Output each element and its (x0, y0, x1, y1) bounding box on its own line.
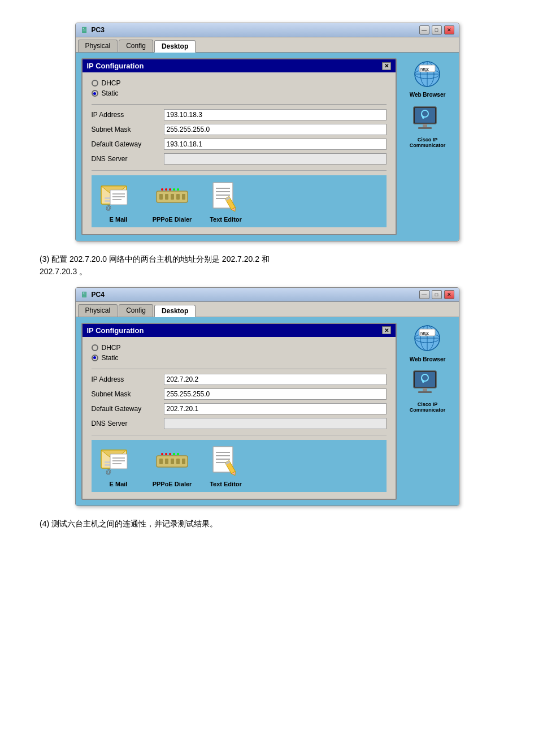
pc4-ip-config-close-button[interactable]: ✕ (382, 326, 391, 334)
pc4-cisco-label: Cisco IP Communicator (402, 401, 453, 413)
pc3-subnet-input[interactable] (164, 124, 387, 135)
pc3-bottom-apps-area: @ E Mail (92, 170, 387, 227)
pc3-cisco-item[interactable]: Cisco IP Communicator (402, 103, 453, 148)
pc3-ip-address-row: IP Address (92, 109, 387, 120)
pc3-ip-config-dialog: IP Configuration ✕ DHCP Static (81, 58, 397, 235)
pc3-web-browser-icon-box[interactable]: http: (408, 58, 448, 89)
pc3-texteditor-app[interactable]: Text Editor (203, 180, 249, 223)
pc3-ip-config-body: DHCP Static IP Address (83, 72, 396, 234)
pc4-close-button[interactable]: ✕ (444, 290, 454, 299)
pc4-email-icon: @ (100, 446, 137, 477)
pc4-minimize-button[interactable]: — (419, 290, 429, 299)
pc4-bottom-apps: @ E Mail (92, 440, 387, 492)
pc3-sidebar-icons: http: Web Browser (402, 58, 453, 235)
svg-rect-14 (182, 194, 185, 200)
pc4-pppoe-app[interactable]: PPPoE Dialer (150, 444, 195, 487)
pc4-subnet-input[interactable] (164, 388, 387, 400)
pc3-close-button[interactable]: ✕ (444, 25, 454, 34)
pc4-dhcp-label: DHCP (102, 344, 121, 352)
pc3-tab-physical[interactable]: Physical (78, 40, 118, 52)
pc3-static-radio[interactable] (92, 90, 98, 97)
pc4-cisco-icon-box[interactable] (408, 368, 448, 399)
pc4-tab-config[interactable]: Config (119, 304, 153, 317)
pc3-ip-config-close-button[interactable]: ✕ (382, 62, 391, 70)
pc4-title-text: PC4 (92, 291, 105, 299)
pc4-dns-input[interactable] (164, 418, 387, 429)
pc3-window-content: IP Configuration ✕ DHCP Static (76, 53, 459, 241)
pc4-texteditor-icon (207, 446, 244, 477)
svg-text:@: @ (106, 469, 111, 475)
pc3-tab-config[interactable]: Config (119, 40, 153, 52)
pc3-ip-address-input[interactable] (164, 109, 387, 120)
pc4-cisco-icon (409, 369, 446, 398)
pc4-ip-config-title: IP Configuration (87, 326, 144, 335)
pc4-dhcp-radio[interactable] (92, 344, 98, 351)
svg-point-16 (165, 188, 167, 191)
pc3-pppoe-icon (154, 183, 190, 211)
pc4-email-label: E Mail (110, 481, 128, 487)
svg-rect-52 (165, 459, 168, 464)
pc4-gateway-label: Default Gateway (92, 405, 159, 413)
pc3-email-icon-box: @ (99, 180, 138, 214)
pc4-email-app[interactable]: @ E Mail (96, 444, 141, 487)
svg-rect-13 (176, 194, 180, 200)
pc4-static-option[interactable]: Static (92, 354, 387, 362)
pc4-divider (92, 369, 387, 369)
svg-rect-10 (159, 194, 163, 200)
svg-point-17 (169, 188, 171, 191)
pc3-subnet-label: Subnet Mask (92, 126, 159, 133)
pc3-cisco-icon-box[interactable] (408, 103, 448, 135)
pc3-window-controls: — □ ✕ (419, 25, 454, 34)
pc3-divider (92, 104, 387, 105)
pc4-ip-address-input[interactable] (164, 374, 387, 385)
pc4-ip-address-label: IP Address (92, 375, 159, 383)
instruction-1b-text: 202.7.20.3 。 (40, 267, 87, 276)
pc4-dhcp-option[interactable]: DHCP (92, 344, 387, 352)
pc4-web-browser-icon-box[interactable]: http: (408, 323, 448, 354)
pc3-restore-button[interactable]: □ (432, 25, 442, 34)
svg-rect-45 (110, 454, 127, 469)
pc3-dhcp-radio[interactable] (92, 80, 98, 87)
svg-rect-12 (171, 194, 174, 200)
pc3-dhcp-option[interactable]: DHCP (92, 79, 387, 87)
pc4-restore-button[interactable]: □ (432, 290, 442, 299)
pc3-minimize-button[interactable]: — (419, 25, 429, 34)
svg-point-38 (422, 116, 424, 119)
pc3-pppoe-app[interactable]: PPPoE Dialer (150, 180, 195, 223)
pc4-tabs: Physical Config Desktop (76, 302, 459, 317)
pc3-title-icon: 🖥 (80, 25, 88, 34)
pc3-texteditor-icon (207, 182, 244, 213)
pc3-title-text: PC3 (92, 26, 105, 34)
pc3-gateway-input[interactable] (164, 139, 387, 150)
pc3-tab-desktop[interactable]: Desktop (154, 40, 196, 53)
pc4-tab-physical[interactable]: Physical (78, 304, 118, 317)
pc4-texteditor-icon-box (206, 444, 246, 478)
svg-text:http:: http: (420, 67, 429, 72)
pc4-ip-config-body: DHCP Static IP Address (83, 337, 396, 499)
pc4-cisco-item[interactable]: Cisco IP Communicator (402, 368, 453, 413)
pc4-texteditor-app[interactable]: Text Editor (203, 444, 249, 487)
pc4-gateway-row: Default Gateway (92, 403, 387, 414)
svg-rect-4 (110, 190, 127, 205)
pc3-dns-input[interactable] (164, 153, 387, 165)
pc3-ip-config-title: IP Configuration (87, 62, 144, 70)
pc4-dns-row: DNS Server (92, 418, 387, 429)
instruction-2: (4) 测试六台主机之间的连通性，并记录测试结果。 (34, 517, 500, 530)
pc3-window: 🖥 PC3 — □ ✕ Physical Config Desktop IP (75, 23, 459, 241)
pc4-sidebar-icons: http: Web Browser (402, 323, 453, 500)
pc3-email-app[interactable]: @ E Mail (96, 180, 141, 223)
pc4-static-radio[interactable] (92, 355, 98, 361)
pc3-pppoe-label: PPPoE Dialer (153, 216, 192, 223)
pc4-subnet-label: Subnet Mask (92, 390, 159, 398)
pc3-web-browser-icon: http: (409, 59, 446, 89)
pc4-web-browser-item[interactable]: http: Web Browser (402, 323, 453, 362)
pc4-tab-desktop[interactable]: Desktop (154, 305, 196, 317)
pc4-subnet-row: Subnet Mask (92, 388, 387, 400)
pc3-static-option[interactable]: Static (92, 89, 387, 97)
pc3-web-browser-item[interactable]: http: Web Browser (402, 58, 453, 98)
pc3-email-icon: @ (100, 182, 137, 213)
pc4-gateway-input[interactable] (164, 403, 387, 414)
svg-rect-80 (423, 388, 427, 391)
pc4-titlebar: 🖥 PC4 — □ ✕ (76, 288, 459, 302)
pc4-radio-group: DHCP Static (92, 344, 387, 362)
